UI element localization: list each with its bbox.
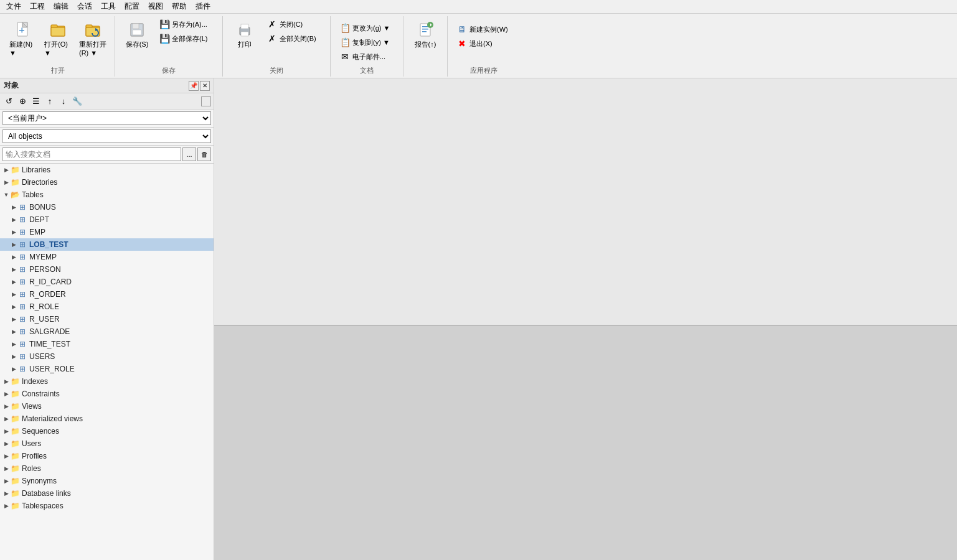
menu-plugin[interactable]: 插件: [192, 0, 214, 13]
exit-button[interactable]: ✖ 退出(X): [453, 37, 515, 50]
open-icon: [48, 20, 68, 40]
tree-item-synonyms[interactable]: ▶ 📁 Synonyms: [0, 475, 214, 487]
tree-item-db-links[interactable]: ▶ 📁 Database links: [0, 487, 214, 500]
toolbar-group-app: 🖥 新建实例(W) ✖ 退出(X) 应用程序: [448, 16, 520, 77]
list-button[interactable]: ☰: [30, 95, 42, 108]
doc-group-label: 文档: [360, 65, 374, 75]
tree-item-r-id-card[interactable]: ▶ ⊞ R_ID_CARD: [0, 276, 214, 288]
menu-session[interactable]: 会话: [73, 0, 96, 13]
print-icon: [235, 20, 255, 40]
user-dropdown[interactable]: <当前用户>: [2, 111, 211, 125]
tree-item-salgrade[interactable]: ▶ ⊞ SALGRADE: [0, 325, 214, 338]
db-links-chevron: ▶: [2, 490, 10, 497]
settings-button[interactable]: 🔧: [71, 95, 83, 108]
search-input[interactable]: [2, 147, 181, 161]
tree-item-libraries[interactable]: ▶ 📁 Libraries: [0, 164, 214, 176]
sequences-label: Sequences: [22, 427, 59, 436]
tree-item-person[interactable]: ▶ ⊞ PERSON: [0, 263, 214, 276]
email-label: 电子邮件...: [352, 52, 385, 62]
tree-item-tables[interactable]: ▼ 📂 Tables: [0, 189, 214, 201]
tree-item-views[interactable]: ▶ 📁 Views: [0, 400, 214, 413]
tree-item-users-node[interactable]: ▶ 📁 Users: [0, 437, 214, 450]
change-to-label: 更改为(g) ▼: [352, 24, 390, 33]
report-button[interactable]: 报告(↑): [408, 17, 442, 52]
tree-item-roles[interactable]: ▶ 📁 Roles: [0, 462, 214, 475]
close-label: 关闭(C): [280, 20, 303, 29]
users-node-chevron: ▶: [2, 440, 10, 447]
print-button[interactable]: 打印: [228, 17, 262, 52]
indexes-label: Indexes: [22, 377, 48, 386]
tree-item-time-test[interactable]: ▶ ⊞ TIME_TEST: [0, 338, 214, 350]
up-button[interactable]: ↑: [44, 95, 56, 108]
tree-container[interactable]: ▶ 📁 Libraries ▶ 📁 Directories ▼ 📂 Tables…: [0, 164, 214, 560]
tree-item-sequences[interactable]: ▶ 📁 Sequences: [0, 425, 214, 437]
save-all-label: 全部保存(L): [172, 34, 207, 44]
reopen-button[interactable]: 重新打开(R) ▼: [76, 17, 110, 59]
tree-item-myemp[interactable]: ▶ ⊞ MYEMP: [0, 251, 214, 263]
toolbar-group-report: 报告(↑): [403, 16, 448, 77]
tree-item-tablespaces[interactable]: ▶ 📁 Tablespaces: [0, 500, 214, 512]
tree-item-indexes[interactable]: ▶ 📁 Indexes: [0, 375, 214, 388]
tree-item-mat-views[interactable]: ▶ 📁 Materialized views: [0, 413, 214, 425]
menu-config[interactable]: 配置: [121, 0, 143, 13]
menu-view[interactable]: 视图: [144, 0, 167, 13]
save-as-button[interactable]: 💾 另存为(A)...: [155, 17, 217, 31]
add-button[interactable]: ⊕: [16, 95, 29, 108]
close-button[interactable]: ✗ 关闭(C): [263, 17, 325, 31]
tree-item-profiles[interactable]: ▶ 📁 Profiles: [0, 450, 214, 462]
new-icon: [13, 20, 33, 40]
down-button[interactable]: ↓: [57, 95, 70, 108]
open-button[interactable]: 打开(O) ▼: [41, 17, 75, 59]
views-icon: 📁: [10, 401, 20, 411]
views-chevron: ▶: [2, 403, 10, 410]
panel-square-button[interactable]: [201, 96, 211, 106]
tree-item-dept[interactable]: ▶ ⊞ DEPT: [0, 213, 214, 226]
tree-item-r-role[interactable]: ▶ ⊞ R_ROLE: [0, 301, 214, 313]
synonyms-icon: 📁: [10, 476, 20, 486]
tree-item-emp[interactable]: ▶ ⊞ EMP: [0, 226, 214, 238]
menu-edit[interactable]: 编辑: [50, 0, 72, 13]
tree-item-user-role[interactable]: ▶ ⊞ USER_ROLE: [0, 363, 214, 375]
refresh-button[interactable]: ↺: [2, 95, 15, 108]
save-all-button[interactable]: 💾 全部保存(L): [155, 32, 217, 45]
dept-label: DEPT: [29, 215, 49, 224]
new-instance-label: 新建实例(W): [469, 25, 508, 34]
exit-icon: ✖: [457, 39, 467, 49]
menu-project[interactable]: 工程: [26, 0, 49, 13]
panel-close-button[interactable]: ✕: [200, 81, 210, 91]
search-ellipsis-button[interactable]: ...: [182, 147, 196, 161]
tree-item-users-table[interactable]: ▶ ⊞ USERS: [0, 350, 214, 363]
toolbar-group-save: 保存(S) 💾 另存为(A)... 💾 全部保存(L) 保存: [115, 16, 223, 77]
menu-file[interactable]: 文件: [2, 0, 25, 13]
svg-rect-21: [422, 31, 427, 32]
tree-item-r-user[interactable]: ▶ ⊞ R_USER: [0, 313, 214, 325]
tree-item-bonus[interactable]: ▶ ⊞ BONUS: [0, 201, 214, 213]
menu-help[interactable]: 帮助: [168, 0, 191, 13]
panel-extra: [201, 96, 211, 106]
left-panel: 对象 📌 ✕ ↺ ⊕ ☰ ↑ ↓ 🔧 <当前用户>: [0, 78, 214, 560]
tree-item-r-order[interactable]: ▶ ⊞ R_ORDER: [0, 288, 214, 301]
user-role-label: USER_ROLE: [29, 365, 75, 373]
directories-icon: 📁: [10, 177, 20, 187]
objects-dropdown[interactable]: All objects: [2, 129, 211, 143]
new-button[interactable]: 新建(N) ▼: [6, 17, 40, 59]
new-instance-button[interactable]: 🖥 新建实例(W): [453, 22, 515, 36]
tree-item-constraints[interactable]: ▶ 📁 Constraints: [0, 388, 214, 400]
mat-views-icon: 📁: [10, 414, 20, 424]
r-user-chevron: ▶: [10, 315, 17, 323]
change-to-button[interactable]: 📋 更改为(g) ▼: [336, 21, 398, 35]
svg-rect-14: [133, 30, 141, 35]
save-button[interactable]: 保存(S): [120, 17, 154, 52]
email-button[interactable]: ✉ 电子邮件...: [336, 50, 398, 63]
views-label: Views: [22, 402, 42, 411]
panel-pin-button[interactable]: 📌: [189, 81, 199, 91]
close-all-button[interactable]: ✗ 全部关闭(B): [263, 32, 325, 45]
menu-tools[interactable]: 工具: [97, 0, 120, 13]
search-clear-button[interactable]: 🗑: [197, 147, 211, 161]
tree-item-lob-test[interactable]: ▶ ⊞ LOB_TEST: [0, 238, 214, 251]
tree-item-directories[interactable]: ▶ 📁 Directories: [0, 176, 214, 189]
sequences-chevron: ▶: [2, 427, 10, 435]
r-id-card-label: R_ID_CARD: [29, 278, 72, 286]
time-test-icon: ⊞: [17, 339, 27, 349]
copy-to-button[interactable]: 📋 复制到(y) ▼: [336, 35, 398, 49]
